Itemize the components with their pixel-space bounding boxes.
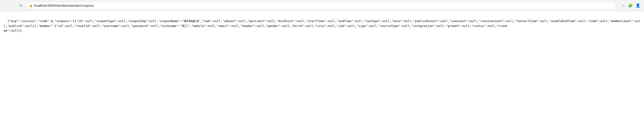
page-content: {"msg":"success","code":0,"coupons":[{"i… xyxy=(0,11,644,36)
url-text: localhost:8000/member/member/coupons xyxy=(34,4,613,8)
json-response-line2: 10","num":null,"amount":null,"perLimit":… xyxy=(195,19,516,23)
browser-chrome: ← → ↻ 🔒 localhost:8000/member/member/cou… xyxy=(0,0,644,11)
json-response-line5: me":null}} xyxy=(4,29,22,32)
refresh-button[interactable]: ↻ xyxy=(18,2,24,9)
extensions-button[interactable]: 🧩 xyxy=(627,2,634,9)
star-icon: ☆ xyxy=(622,3,625,8)
back-button[interactable]: ← xyxy=(3,2,9,9)
profile-button[interactable]: 👤 xyxy=(635,2,641,9)
profile-icon: 👤 xyxy=(636,3,640,8)
extensions-icon: 🧩 xyxy=(628,3,633,8)
nav-buttons: ← → ↻ xyxy=(3,2,24,9)
address-bar[interactable]: 🔒 localhost:8000/member/member/coupons xyxy=(26,2,616,9)
bookmark-star-button[interactable]: ☆ xyxy=(620,2,626,9)
toolbar-icons: ☆ 🧩 👤 xyxy=(620,2,641,9)
json-response-line1: {"msg":"success","code":0,"coupons":[{"i… xyxy=(8,19,195,23)
lock-icon: 🔒 xyxy=(29,4,33,7)
json-response-line4: 三","mobile":null,"email":null,"header":n… xyxy=(185,24,508,28)
forward-button[interactable]: → xyxy=(10,2,17,9)
